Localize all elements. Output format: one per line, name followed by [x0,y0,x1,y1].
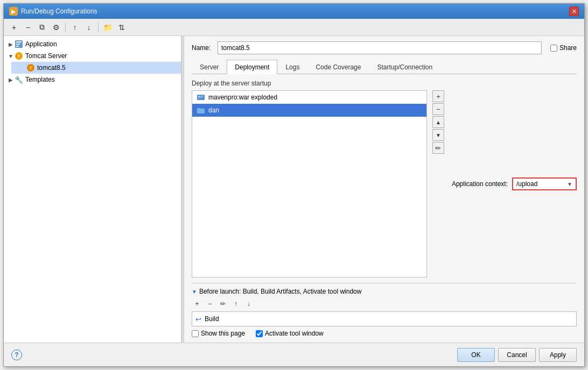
context-label: Application context: [452,180,508,188]
before-launch-toolbar: + − ✏ ↑ ↓ [192,298,577,309]
share-checkbox[interactable] [550,45,557,52]
toolbar: + − ⧉ ⚙ ↑ ↓ 📁 ⇅ [4,19,584,36]
tab-logs[interactable]: Logs [277,60,307,74]
left-panel: ▶ Application ▼ T [4,36,181,343]
svg-text:T: T [18,54,20,59]
name-label: Name: [192,44,213,52]
tree-label-tomcat-server: Tomcat Server [25,52,67,60]
add-deploy-button[interactable]: + [432,90,444,102]
toolbar-separator [65,23,66,32]
tab-code-coverage[interactable]: Code Coverage [307,60,369,74]
remove-config-button[interactable]: − [22,22,34,33]
context-row: Application context: /upload ▼ [452,90,577,278]
move-down-deploy-button[interactable]: ▼ [432,129,444,141]
title-bar: ▶ Run/Debug Configurations ✕ [4,4,584,19]
move-up-button[interactable]: ↑ [69,22,81,33]
deploy-body: mavenpro:war exploded dan [192,90,577,278]
tree-label-application: Application [25,40,57,48]
before-launch-section: ▼ Before launch: Build, Build Artifacts,… [192,283,577,337]
deploy-item-dan[interactable]: dan [192,104,426,117]
bl-remove-button[interactable]: − [205,298,215,309]
dialog-title: Run/Debug Configurations [21,8,97,15]
before-launch-list: ↩ Build [192,311,577,326]
sort-button[interactable]: ⇅ [116,22,128,33]
settings-config-button[interactable]: ⚙ [50,22,62,33]
copy-config-button[interactable]: ⧉ [36,22,48,33]
tab-deployment[interactable]: Deployment [227,60,277,74]
bl-build-label: Build [205,315,219,323]
deployment-section: Deploy at the server startup [192,80,577,278]
bl-edit-button[interactable]: ✏ [218,298,228,309]
svg-rect-10 [201,96,204,96]
tabs: Server Deployment Logs Code Coverage Sta… [192,60,577,74]
context-value: /upload [516,180,537,188]
add-config-button[interactable]: + [8,22,20,33]
svg-rect-12 [198,98,201,98]
right-panel: Name: Share Server Deployment Logs Code … [184,36,584,343]
run-debug-dialog: ▶ Run/Debug Configurations ✕ + − ⧉ ⚙ ↑ ↓… [3,3,585,367]
cancel-button[interactable]: Cancel [498,348,536,362]
edit-deploy-button[interactable]: ✏ [432,142,444,154]
folder-button[interactable]: 📁 [102,22,114,33]
tree-item-application[interactable]: ▶ Application [4,38,181,50]
share-checkbox-row: Share [550,44,577,52]
deploy-side-buttons: + − ▲ ▼ ✏ [432,90,444,278]
show-page-row: Show this page [192,330,245,337]
bl-down-button[interactable]: ↓ [243,298,254,309]
tree-item-tomcat85[interactable]: T tomcat8.5 [11,62,181,74]
deploy-item-dan-label: dan [208,106,219,114]
deploy-list-container: mavenpro:war exploded dan [192,90,427,278]
templates-icon: 🔧 [15,75,23,84]
move-up-deploy-button[interactable]: ▲ [432,116,444,128]
before-launch-collapse-icon[interactable]: ▼ [192,289,197,295]
tree-arrow-templates: ▶ [7,76,15,83]
dropdown-arrow-icon: ▼ [567,181,572,187]
svg-rect-3 [16,46,19,47]
artifact-icon [197,93,205,102]
show-page-label: Show this page [201,330,245,337]
bl-up-button[interactable]: ↑ [230,298,241,309]
svg-rect-11 [201,97,202,97]
show-page-checkbox[interactable] [192,330,199,337]
name-input[interactable] [218,41,542,54]
dialog-icon: ▶ [9,7,18,16]
tree-item-templates[interactable]: ▶ 🔧 Templates [4,74,181,86]
dir-icon [197,106,205,115]
main-content: ▶ Application ▼ T [4,36,584,343]
title-bar-left: ▶ Run/Debug Configurations [9,7,97,16]
apply-button[interactable]: Apply [539,348,577,362]
deploy-list: mavenpro:war exploded dan [192,91,426,277]
remove-deploy-button[interactable]: − [432,103,444,115]
footer-buttons: OK Cancel Apply [457,348,577,362]
tree-label-tomcat85: tomcat8.5 [37,64,66,72]
deploy-title: Deploy at the server startup [192,80,577,87]
close-button[interactable]: ✕ [569,6,579,16]
activate-row: Activate tool window [256,330,324,337]
before-launch-title: ▼ Before launch: Build, Build Artifacts,… [192,288,577,295]
footer: ? OK Cancel Apply [4,343,584,366]
deploy-item-artifact[interactable]: mavenpro:war exploded [192,91,426,104]
move-down-button[interactable]: ↓ [83,22,95,33]
context-dropdown[interactable]: /upload ▼ [512,177,577,190]
tree-item-tomcat-server[interactable]: ▼ T Tomcat Server [4,50,181,62]
activate-checkbox[interactable] [256,330,263,337]
svg-text:T: T [30,66,32,70]
ok-button[interactable]: OK [457,348,495,362]
svg-rect-1 [16,41,22,42]
bottom-options: Show this page Activate tool window [192,330,577,337]
bl-add-button[interactable]: + [192,298,202,309]
tab-startup-connection[interactable]: Startup/Connection [369,60,440,74]
tomcat85-icon: T [26,63,35,72]
share-label: Share [559,44,577,52]
svg-rect-2 [16,44,20,45]
tree-label-templates: Templates [25,76,55,83]
activate-label: Activate tool window [265,330,324,337]
deploy-item-artifact-label: mavenpro:war exploded [208,94,277,101]
name-row: Name: Share [192,41,577,54]
svg-rect-9 [198,96,200,97]
tree-arrow-tomcat: ▼ [7,52,15,60]
before-launch-label: Before launch: Build, Build Artifacts, A… [199,288,362,295]
tab-server[interactable]: Server [192,60,227,74]
help-button[interactable]: ? [11,350,22,360]
tree-arrow-application: ▶ [7,40,15,48]
